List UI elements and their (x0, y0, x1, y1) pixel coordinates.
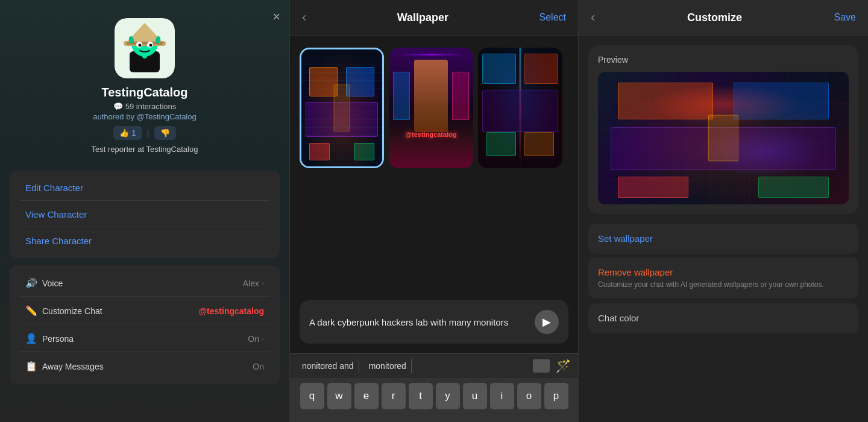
customize-header: ‹ Customize Save (579, 0, 868, 36)
character-settings-menu: 🔊 Voice Alex › ✏️ Customize Chat @testin… (10, 265, 280, 384)
customize-action-list: Set wallpaper Remove wallpaper Customize… (588, 224, 858, 301)
view-character-item[interactable]: View Character (19, 202, 270, 227)
voice-value: Alex (243, 279, 259, 288)
vote-divider: | (147, 128, 149, 139)
set-wallpaper-label: Set wallpaper (598, 233, 653, 244)
wallpaper-panel: ‹ Wallpaper Select (289, 0, 579, 422)
chat-color-item[interactable]: Chat color (588, 303, 858, 333)
vote-section: 👍 1 | 👎 (113, 126, 175, 140)
keyboard-suggestions-bar: nonitored and monitored 🪄 (290, 353, 578, 378)
away-value: On (253, 362, 264, 371)
key-q[interactable]: q (300, 383, 324, 409)
customize-description: Customize your chat with AI generated wa… (598, 280, 849, 289)
send-button[interactable]: ▶ (535, 310, 559, 334)
keyboard-row-1: q w e r t y u i o p (292, 383, 576, 409)
set-wallpaper-item[interactable]: Set wallpaper (588, 224, 858, 254)
key-u[interactable]: u (463, 383, 487, 409)
customize-chat-row[interactable]: ✏️ Customize Chat @testingcatalog (19, 298, 270, 324)
magic-icon[interactable]: 🪄 (556, 359, 571, 373)
wallpaper-thumb-2[interactable]: @testingcatalog (389, 48, 473, 168)
away-icon: 📋 (25, 361, 37, 372)
chat-icon: 💬 (113, 102, 123, 111)
preview-image (598, 72, 849, 204)
wallpaper-header: ‹ Wallpaper Select (290, 0, 578, 36)
key-p[interactable]: p (544, 383, 568, 409)
keyboard-icon[interactable] (533, 359, 550, 373)
customize-title: Customize (687, 11, 742, 24)
thumbs-down-icon: 👎 (160, 128, 170, 137)
wallpaper-grid: @testingcatalog (290, 36, 578, 180)
character-actions-menu: Edit Character View Character Share Char… (10, 171, 280, 258)
persona-icon: 👤 (25, 333, 37, 344)
chevron-right-icon-2: › (262, 335, 264, 343)
svg-point-12 (142, 54, 147, 58)
suggestion-1[interactable]: nonitored and (297, 359, 359, 373)
chat-color-label: Chat color (598, 313, 639, 323)
avatar (115, 18, 175, 78)
customize-chat-label: Customize Chat (42, 306, 102, 316)
key-i[interactable]: i (490, 383, 514, 409)
character-header: × (0, 0, 289, 171)
back-button-customize[interactable]: ‹ (591, 10, 595, 25)
key-e[interactable]: e (354, 383, 379, 409)
key-o[interactable]: o (517, 383, 541, 409)
key-y[interactable]: y (436, 383, 460, 409)
character-description: Test reporter at TestingCatalog (80, 145, 210, 154)
wallpaper-thumb-3[interactable] (478, 48, 562, 168)
wallpaper-thumb-1[interactable] (300, 48, 384, 168)
key-w[interactable]: w (327, 383, 351, 409)
thumbs-up-icon: 👍 (119, 128, 129, 137)
away-label: Away Messages (42, 362, 104, 371)
save-button[interactable]: Save (834, 12, 856, 23)
persona-setting-row[interactable]: 👤 Persona On › (19, 326, 270, 352)
remove-wallpaper-item[interactable]: Remove wallpaper Customize your chat wit… (588, 257, 858, 298)
brush-icon: ✏️ (25, 305, 37, 316)
suggestion-2[interactable]: monitored (364, 359, 412, 373)
character-panel: × (0, 0, 289, 422)
interaction-count: 💬 59 interactions (113, 102, 177, 111)
prompt-text: A dark cyberpunk hackers lab with many m… (309, 317, 527, 327)
remove-wallpaper-label: Remove wallpaper (598, 267, 673, 277)
select-button[interactable]: Select (539, 12, 566, 23)
preview-label: Preview (598, 55, 849, 65)
customize-panel: ‹ Customize Save Preview Set wallpaper (579, 0, 868, 422)
wallpaper-title: Wallpaper (397, 11, 448, 24)
chevron-right-icon: › (262, 279, 264, 288)
edit-character-item[interactable]: Edit Character (19, 175, 270, 201)
close-button[interactable]: × (272, 9, 280, 25)
character-name: TestingCatalog (102, 86, 188, 99)
back-button-wallpaper[interactable]: ‹ (302, 10, 306, 25)
prompt-input-area: A dark cyberpunk hackers lab with many m… (300, 300, 568, 344)
preview-cyber-bg (598, 72, 849, 204)
key-r[interactable]: r (382, 383, 406, 409)
voice-icon: 🔊 (25, 277, 37, 289)
key-t[interactable]: t (409, 383, 433, 409)
keyboard-rows: q w e r t y u i o p (290, 378, 578, 422)
persona-value: On (248, 334, 259, 344)
svg-point-9 (149, 44, 153, 47)
author-label: authored by @TestingCatalog (93, 112, 196, 121)
persona-label: Persona (42, 334, 74, 344)
voice-label: Voice (42, 279, 63, 288)
send-icon: ▶ (542, 315, 551, 329)
customize-chat-highlight: @testingcatalog (198, 306, 264, 316)
svg-point-8 (139, 44, 142, 47)
preview-section: Preview (588, 45, 858, 214)
away-messages-row[interactable]: 📋 Away Messages On (19, 353, 270, 379)
watermark-text: @testingcatalog (405, 131, 456, 138)
thumbs-down-button[interactable]: 👎 (154, 126, 176, 140)
share-character-item[interactable]: Share Character (19, 228, 270, 253)
voice-setting-row[interactable]: 🔊 Voice Alex › (19, 270, 270, 297)
thumbs-up-button[interactable]: 👍 1 (113, 126, 142, 140)
